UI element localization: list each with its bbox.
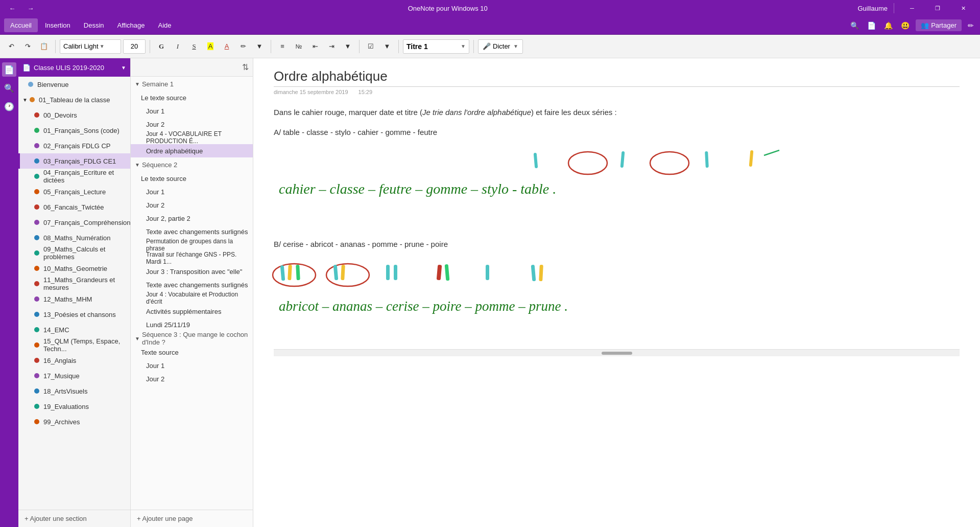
checkbox-button[interactable]: ☑ (364, 38, 378, 55)
highlight-button[interactable]: A (203, 38, 218, 55)
pages-sort-icon[interactable]: ⇅ (242, 62, 249, 72)
add-page-button[interactable]: + Ajouter une page (131, 510, 253, 527)
nb-item-arts[interactable]: 18_ArtsVisuels (18, 383, 130, 399)
nb-item-sons[interactable]: 01_Français_Sons (code) (18, 123, 130, 138)
page-permutation[interactable]: Permutation de groupes dans la phrase (131, 238, 253, 251)
menu-accueil[interactable]: Accueil (4, 18, 38, 32)
handwriting-series-a: cahier – classe – feutre – gomme – stylo… (274, 145, 960, 227)
svg-rect-14 (341, 265, 345, 280)
undo-button[interactable]: ↶ (4, 38, 18, 55)
nb-item-fdlg-ce1[interactable]: 03_Français_FDLG CE1 (18, 153, 130, 169)
nb-item-evaluations[interactable]: 19_Evaluations (18, 399, 130, 414)
forward-button[interactable]: → (23, 1, 38, 15)
menu-insertion[interactable]: Insertion (39, 18, 77, 32)
restore-button[interactable]: ❐ (926, 0, 949, 16)
page-jour2-2[interactable]: Jour 2 (131, 198, 253, 212)
page-lundi[interactable]: Lundi 25/11/19 (131, 318, 253, 331)
page-texte-changements-1[interactable]: Texte avec changements surlignés (131, 225, 253, 238)
svg-rect-21 (539, 265, 543, 281)
seq2-header[interactable]: ▼ Séquence 2 (131, 157, 253, 172)
nb-section-tableau[interactable]: ▼ 01_Tableau de la classe (18, 92, 130, 107)
close-button[interactable]: ✕ (951, 0, 975, 16)
semaine1-header[interactable]: ▼ Semaine 1 (131, 77, 253, 91)
nb-item-grandeurs[interactable]: 11_Maths_Grandeurs et mesures (18, 276, 130, 291)
page-jour1-1[interactable]: Jour 1 (131, 104, 253, 118)
nb-item-numeration[interactable]: 08_Maths_Numération (18, 230, 130, 245)
list-bullet-button[interactable]: ≡ (275, 38, 290, 55)
pen-tool-icon[interactable]: ✏ (966, 19, 976, 32)
nb-item-fdlg-cp[interactable]: 02_Français FDLG CP (18, 138, 130, 153)
menubar: Accueil Insertion Dessin Affichage Aide … (0, 16, 980, 35)
seq3-header[interactable]: ▼ Séquence 3 : Que mange le cochon d'Ind… (131, 331, 253, 346)
bottom-scrollbar[interactable] (274, 349, 960, 356)
nb-item-mhm[interactable]: 12_Maths_MHM (18, 291, 130, 307)
clipboard-button[interactable]: 📋 (37, 38, 51, 55)
bold-button[interactable]: G (154, 38, 169, 55)
page-transposition[interactable]: Jour 3 : Transposition avec "elle" (131, 265, 253, 278)
page-jour4-1[interactable]: Jour 4 - VOCABULAIRE ET PRODUCTION É... (131, 131, 253, 144)
page-jour2-3[interactable]: Jour 2 (131, 372, 253, 385)
page-texte-changements-2[interactable]: Texte avec changements surlignés (131, 278, 253, 291)
svg-text:cahier – classe – feutre – gom: cahier – classe – feutre – gomme – stylo… (279, 181, 556, 197)
page-texte-source-3[interactable]: Texte source (131, 346, 253, 359)
bell-tool-icon[interactable]: 🔔 (882, 19, 895, 32)
page-ordre-alpha[interactable]: Ordre alphabétique (131, 144, 253, 157)
eraser-arrow[interactable]: ▼ (252, 38, 267, 55)
indent-dec-button[interactable]: ⇤ (308, 38, 322, 55)
add-section-button[interactable]: + Ajouter une section (18, 510, 130, 527)
nb-item-devoirs[interactable]: 00_Devoirs (18, 107, 130, 123)
nb-item-qlm[interactable]: 15_QLM (Temps, Espace, Techn... (18, 337, 130, 353)
page-texte-source-2[interactable]: Le texte source (131, 172, 253, 185)
menu-affichage[interactable]: Affichage (111, 18, 151, 32)
page-title[interactable] (274, 68, 960, 87)
page-echange-gns[interactable]: Travail sur l'échange GNS - PPS. Mardi 1… (131, 251, 253, 265)
font-size-selector[interactable]: 20 (123, 39, 146, 54)
search-tool-icon[interactable]: 🔍 (848, 19, 861, 32)
font-name-selector[interactable]: Calibri Light ▼ (60, 39, 121, 54)
page-jour4-vocab[interactable]: Jour 4 : Vocabulaire et Production d'écr… (131, 291, 253, 305)
redo-button[interactable]: ↷ (20, 38, 35, 55)
nb-item-poesies[interactable]: 13_Poésies et chansons (18, 307, 130, 322)
back-button[interactable]: ← (5, 1, 19, 15)
italic-button[interactable]: I (171, 38, 185, 55)
indent-inc-button[interactable]: ⇥ (324, 38, 339, 55)
nb-item-bienvenue[interactable]: Bienvenue (18, 77, 130, 92)
page-jour1-3[interactable]: Jour 1 (131, 359, 253, 372)
indent-arrow[interactable]: ▼ (341, 38, 355, 55)
nb-item-archives[interactable]: 99_Archives (18, 414, 130, 429)
page-activites-supp[interactable]: Activités supplémentaires (131, 305, 253, 318)
list-numbered-button[interactable]: № (292, 38, 306, 55)
content-area[interactable]: dimanche 15 septembre 2019 15:29 Dans le… (253, 58, 980, 527)
nb-item-geometrie[interactable]: 10_Maths_Geometrie (18, 261, 130, 276)
nb-item-twictee[interactable]: 06_Fancais_Twictée (18, 199, 130, 215)
notebook-tool-icon[interactable]: 📄 (865, 19, 878, 32)
svg-rect-4 (705, 151, 709, 168)
nb-item-emc[interactable]: 14_EMC (18, 322, 130, 337)
nb-item-lecture[interactable]: 05_Français_Lecture (18, 184, 130, 199)
minimize-button[interactable]: ─ (900, 0, 924, 16)
share-button[interactable]: 👥 Partager (916, 19, 962, 31)
sidebar-history-icon[interactable]: 🕐 (2, 99, 16, 113)
page-jour1-2[interactable]: Jour 1 (131, 185, 253, 198)
menu-dessin[interactable]: Dessin (78, 18, 110, 32)
page-texte-source-1[interactable]: Le texte source (131, 91, 253, 104)
nb-item-ecriture[interactable]: 04_Français_Ecriture et dictées (18, 169, 130, 184)
nb-item-comprehension[interactable]: 07_Français_Compréhension (18, 215, 130, 230)
notebook-header[interactable]: 📄 Classe ULIS 2019-2020 ▼ (18, 58, 130, 77)
menu-aide[interactable]: Aide (152, 18, 178, 32)
caret-icon: ▼ (22, 97, 28, 103)
eraser-button[interactable]: ✏ (236, 38, 250, 55)
underline-button[interactable]: S (187, 38, 201, 55)
color-button[interactable]: A (220, 38, 234, 55)
sidebar-notebook-icon[interactable]: 📄 (2, 62, 16, 77)
nb-item-calculs[interactable]: 09_Maths_Calculs et problèmes (18, 245, 130, 261)
nb-item-musique[interactable]: 17_Musique (18, 368, 130, 383)
sidebar-search-icon[interactable]: 🔍 (2, 81, 16, 95)
page-jour2-partie2[interactable]: Jour 2, partie 2 (131, 212, 253, 225)
nb-item-anglais[interactable]: 16_Anglais (18, 353, 130, 368)
page-jour2-1[interactable]: Jour 2 (131, 118, 253, 131)
dicter-button[interactable]: 🎤 Dicter ▼ (478, 39, 523, 54)
style-selector[interactable]: Titre 1 ▼ (403, 39, 469, 54)
alerts-tool-icon[interactable]: 😃 (899, 19, 912, 32)
checkbox-arrow[interactable]: ▼ (380, 38, 394, 55)
